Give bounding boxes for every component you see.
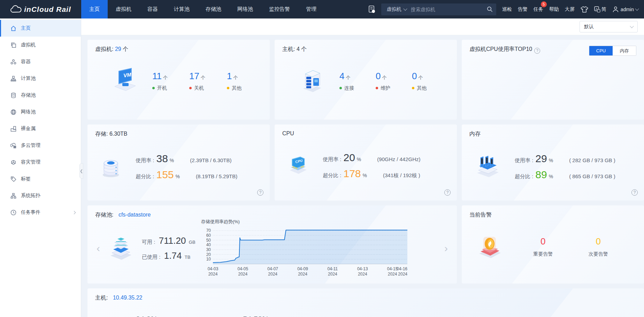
help-icon[interactable]: ? <box>534 48 540 54</box>
sidebar-collapse-handle[interactable]: ❮ <box>79 163 83 179</box>
topnav-item-management[interactable]: 管理 <box>298 0 324 18</box>
sidebar-item-vm[interactable]: 虚拟机 <box>0 37 81 53</box>
memory-capacity-card: 内存 使用率 : 29 % <box>462 124 644 201</box>
toggle-cpu-button[interactable]: CPU <box>589 46 613 55</box>
topnav-item-vm[interactable]: 虚拟机 <box>108 0 139 18</box>
sidebar-item-compute-pool[interactable]: 计算池 <box>0 70 81 87</box>
sidebar-item-container[interactable]: 容器 <box>0 53 81 70</box>
host-summary-card: 主机: 4 个 4个 <box>275 40 457 120</box>
pool-name-link[interactable]: cfs-datastore <box>118 212 151 218</box>
search-input[interactable] <box>411 7 487 12</box>
hostrow-title-prefix: 主机: <box>95 295 108 301</box>
sidebar-item-label: 存储池 <box>21 92 36 98</box>
view-select[interactable]: 默认 <box>580 21 638 32</box>
topnav-item-network-pool[interactable]: 网络池 <box>229 0 261 18</box>
host-stat-maintenance: 0个 维护 <box>376 71 390 91</box>
username: admin <box>621 7 634 12</box>
topology-icon <box>10 193 16 199</box>
host-stat-other: 0个 其他 <box>412 71 427 91</box>
svg-text:50: 50 <box>206 238 211 243</box>
status-dot-red <box>189 87 192 89</box>
home-icon <box>10 25 16 31</box>
carousel-prev-button[interactable]: ‹ <box>95 243 101 254</box>
toggle-memory-button[interactable]: 内存 <box>613 46 636 55</box>
vm-count: 29 <box>115 46 121 52</box>
sidebar-item-storage-pool[interactable]: 存储池 <box>0 87 81 104</box>
vm-stat-running: 11个 开机 <box>152 71 168 91</box>
tag-icon <box>10 176 16 182</box>
svg-text:60: 60 <box>206 233 211 238</box>
search-scope-select[interactable]: 虚拟机 <box>385 6 411 13</box>
language-toggle[interactable]: A 简 <box>594 6 606 13</box>
memory-overcommit-row: 超分比 : 89 % ( 865 GB / 973 GB ) <box>515 169 635 181</box>
sidebar-item-tags[interactable]: 标签 <box>0 171 81 187</box>
carousel-next-button[interactable]: › <box>443 243 449 254</box>
host-stat-connected: 4个 连接 <box>339 71 354 91</box>
sidebar-item-label: 多云管理 <box>21 142 40 149</box>
svg-text:04-16: 04-16 <box>397 266 407 271</box>
sidebar-item-disaster-recovery[interactable]: 容灾管理 <box>0 154 81 171</box>
svg-text:2024: 2024 <box>268 272 277 277</box>
sidebar-item-bare-metal[interactable]: 裸金属 <box>0 120 81 137</box>
task-events-icon <box>10 210 16 216</box>
pool-used-row: 已使用 : 1.74 TB <box>142 250 196 261</box>
report-icon[interactable] <box>368 6 375 13</box>
nav-link-tasks[interactable]: 任务 5 <box>534 6 543 13</box>
help-icon[interactable]: ? <box>257 189 263 196</box>
memory-card-title: 内存 <box>469 130 636 138</box>
search-icon[interactable] <box>487 6 493 12</box>
svg-text:04-03: 04-03 <box>207 266 218 271</box>
sidebar-item-task-events[interactable]: 任务事件 <box>0 204 81 221</box>
svg-text:2024: 2024 <box>208 272 217 277</box>
user-menu[interactable]: admin <box>612 6 638 13</box>
storage-trend-chart: 存储使用率趋势(%) 1020304050607004-03202404-052… <box>201 219 443 278</box>
sidebar-item-home[interactable]: 主页 <box>0 20 81 37</box>
sidebar-item-label: 容灾管理 <box>21 159 40 165</box>
disaster-recovery-icon <box>10 159 16 165</box>
vm-cpu-top10-card: 虚拟机CPU使用率TOP10? CPU 内存 <box>462 40 644 120</box>
status-dot-green <box>152 87 155 89</box>
cpu-usage-row: 使用率 : 20 % (90GHz / 442GHz) <box>323 152 449 164</box>
sidebar-item-multicloud[interactable]: 多云管理 <box>0 137 81 154</box>
top10-metric-toggle: CPU 内存 <box>589 46 636 56</box>
view-toolbar: 默认 <box>81 18 644 35</box>
cpu-chip-icon: CPU <box>286 151 310 180</box>
topnav-item-home[interactable]: 主页 <box>81 0 108 18</box>
sidebar: 主页 虚拟机 容器 计算池 存储池 网络池 裸金属 多云管理 容灾管理 标签 系… <box>0 18 81 317</box>
nav-link-inspection[interactable]: 巡检 <box>502 6 512 13</box>
cpu-capacity-card: CPU CPU 使用率 : 20 % (90GHz / 442GHz) <box>275 124 457 201</box>
brand-logo[interactable]: inCloud Rail <box>0 0 81 18</box>
status-dot-yellow <box>227 87 229 89</box>
host-ip-link[interactable]: 10.49.35.22 <box>113 295 143 301</box>
svg-text:2024: 2024 <box>238 272 247 277</box>
storage-pool-3d-icon <box>106 233 136 263</box>
global-search: 虚拟机 <box>381 3 496 15</box>
theme-skin-icon[interactable] <box>581 6 588 13</box>
chevron-down-icon <box>635 7 639 10</box>
alert-critical: 0 重要告警 <box>533 236 553 257</box>
trend-line-chart: 1020304050607004-03202404-05202404-07202… <box>201 226 410 278</box>
topnav-item-monitor-alarm[interactable]: 监控告警 <box>261 0 298 18</box>
pool-card-title: 存储池: cfs-datastore <box>95 211 449 219</box>
brand-logo-text: inCloud Rail <box>24 5 71 14</box>
top-navbar: inCloud Rail 主页 虚拟机 容器 计算池 存储池 网络池 监控告警 … <box>0 0 644 18</box>
vm-3d-icon: VM <box>108 65 140 97</box>
sidebar-item-label: 网络池 <box>21 109 36 115</box>
topnav-item-storage-pool[interactable]: 存储池 <box>198 0 229 18</box>
vm-stat-other: 1个 其他 <box>227 71 242 91</box>
sidebar-item-topology[interactable]: 系统拓扑 <box>0 187 81 204</box>
topnav-item-compute-pool[interactable]: 计算池 <box>166 0 198 18</box>
multicloud-icon <box>10 143 16 149</box>
host-title-prefix: 主机: <box>282 46 295 52</box>
topnav-item-container[interactable]: 容器 <box>139 0 166 18</box>
chevron-down-icon <box>403 7 407 10</box>
hostrow-title: 主机: 10.49.35.22 <box>95 294 636 302</box>
sidebar-item-network-pool[interactable]: 网络池 <box>0 104 81 120</box>
help-icon[interactable]: ? <box>444 189 451 196</box>
nav-link-alarm[interactable]: 告警 <box>518 6 528 13</box>
vm-stat-stopped: 17个 关机 <box>189 71 205 91</box>
sidebar-item-label: 系统拓扑 <box>21 193 40 199</box>
nav-link-help[interactable]: 帮助 <box>549 6 559 13</box>
nav-link-bigscreen[interactable]: 大屏 <box>565 6 575 13</box>
help-icon[interactable]: ? <box>631 189 638 196</box>
